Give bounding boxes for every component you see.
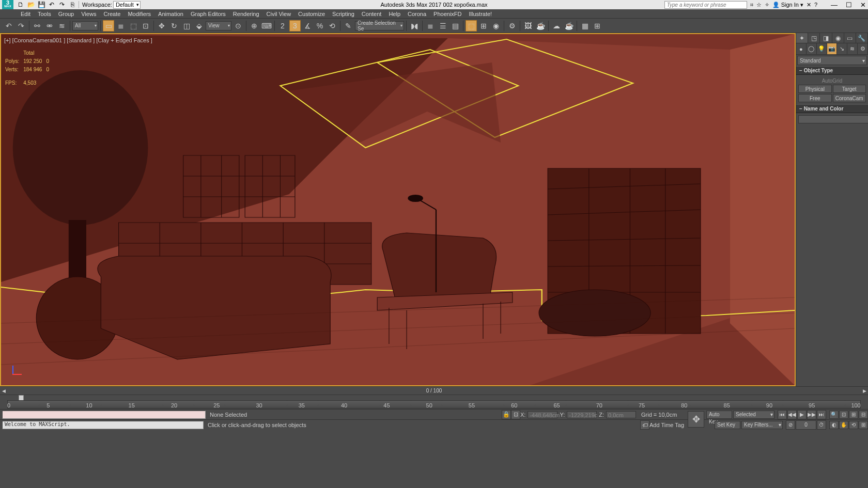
goto-start-button[interactable]: ⏮ [778,410,787,419]
menu-modifiers[interactable]: Modifiers [128,11,151,17]
goto-end-button[interactable]: ⏭ [817,410,826,419]
cat-spacewarps[interactable]: ≋ [847,43,858,54]
align-button[interactable]: ≣ [425,20,436,32]
move-button[interactable]: ✥ [156,20,167,32]
key-filters-button[interactable]: Key Filters... [741,421,783,429]
absolute-transform-button[interactable]: ⊡ [511,410,520,419]
help-icon[interactable]: ? [814,2,817,8]
name-color-rollout-header[interactable]: Name and Color [796,104,868,113]
cat-geometry[interactable]: ● [796,43,807,54]
redo-button[interactable]: ↷ [16,20,27,32]
material-editor-button[interactable]: ◉ [490,20,502,32]
layers-button[interactable]: ☰ [437,20,448,32]
viewport[interactable]: [+] [CoronaCamera001 ] [Standard ] [Clay… [0,33,796,386]
maxscript-listener-input[interactable]: Welcome to MAXScript. [2,421,204,429]
current-frame-input[interactable]: 0 [796,420,816,430]
menu-customize[interactable]: Customize [298,11,325,17]
time-slider-next[interactable]: ▶ [861,388,868,393]
selection-filter[interactable]: All [72,21,98,30]
snap-2d-button[interactable]: 2 [277,20,288,32]
physical-camera-button[interactable]: Physical [798,85,832,93]
render-activeview-button[interactable]: ☕ [563,20,575,32]
signin-button[interactable]: 👤 Sign In ▾ [772,2,803,8]
angle-snap-button[interactable]: ∡ [302,20,313,32]
cat-systems[interactable]: ⚙ [858,43,868,54]
menu-grapheditors[interactable]: Graph Editors [191,11,226,17]
menu-illustrate[interactable]: Illustrate! [469,11,492,17]
help-search-input[interactable] [664,1,747,9]
cat-helpers[interactable]: ↘ [837,43,847,54]
named-selection-sets[interactable]: Create Selection Se [355,21,404,30]
free-camera-button[interactable]: Free [798,94,832,102]
maximize-button[interactable]: ☐ [846,1,852,9]
subcategory-dropdown[interactable]: Standard [797,56,867,65]
select-object-button[interactable]: ▭ [103,20,114,32]
max-toggle-button[interactable]: ⊞ [859,421,868,429]
render-production-button[interactable]: ☕ [535,20,546,32]
utilities-tab[interactable]: 🔧 [856,33,868,43]
x-coord[interactable]: -448,648cm [528,411,557,418]
workspace-selector[interactable]: Default [113,1,141,9]
ref-coord-system[interactable]: View [206,21,231,30]
bind-spacewarp-button[interactable]: ≋ [56,20,68,32]
window-crossing-button[interactable]: ⊡ [140,20,151,32]
pan-button[interactable]: ✋ [839,421,848,429]
cat-shapes[interactable]: ◯ [807,43,817,54]
redo-icon[interactable]: ↷ [58,1,66,9]
coronacam-button[interactable]: CoronaCam [833,94,866,102]
target-camera-button[interactable]: Target [833,85,866,93]
placement-button[interactable]: ⬙ [193,20,205,32]
create-tab[interactable]: ✦ [796,33,808,43]
key-mode-dropdown[interactable]: Selected [733,411,774,419]
cat-lights[interactable]: 💡 [817,43,827,54]
project-icon[interactable]: ⎘ [68,1,76,9]
menu-tools[interactable]: Tools [38,11,51,17]
zoom-button[interactable]: 🔍 [829,411,839,419]
y-coord[interactable]: -1229,219c [567,411,597,418]
motion-tab[interactable]: ◉ [832,33,844,43]
snap-3d-button[interactable]: 3 [289,20,301,32]
select-manipulate-button[interactable]: ⊕ [249,20,260,32]
set-key-button[interactable]: Set Key [715,421,740,429]
fov-button[interactable]: ◐ [829,421,839,429]
menu-group[interactable]: Group [58,11,74,17]
menu-views[interactable]: Views [81,11,96,17]
open-icon[interactable]: 📂 [27,1,35,9]
keyboard-shortcut-button[interactable]: ⌨ [261,20,272,32]
trackbar[interactable]: 0510152025303540455055606570758085909510… [0,395,868,409]
object-type-rollout-header[interactable]: Object Type [796,66,868,75]
menu-edit[interactable]: Edit [21,11,30,17]
edit-selection-set-button[interactable]: ✎ [343,20,354,32]
time-tag-icon[interactable]: 🏷 [640,420,649,430]
render-setup-button[interactable]: ⚙ [506,20,518,32]
undo-button[interactable]: ↶ [3,20,14,32]
time-config-button[interactable]: ⏱ [817,420,826,430]
open-a360-button[interactable]: ⊞ [592,20,603,32]
link-button[interactable]: ⚯ [32,20,43,32]
display-tab[interactable]: ▭ [844,33,856,43]
unlink-button[interactable]: ⚮ [44,20,55,32]
menu-content[interactable]: Content [362,11,382,17]
rotate-button[interactable]: ↻ [168,20,180,32]
menu-help[interactable]: Help [389,11,400,17]
save-icon[interactable]: 💾 [37,1,45,9]
hierarchy-tab[interactable]: ◨ [820,33,832,43]
zoom-extents-button[interactable]: ⊞ [849,411,858,419]
cat-cameras[interactable]: 📷 [827,43,838,54]
object-name-input[interactable] [798,115,868,123]
favorites-icon[interactable]: ✧ [765,2,769,8]
toggle-ribbon-button[interactable]: ▤ [450,20,461,32]
selection-lock-button[interactable]: 🔒 [502,410,511,419]
modify-tab[interactable]: ◳ [808,33,820,43]
menu-phoenixfd[interactable]: PhoenixFD [433,11,461,17]
infocenter-icon[interactable]: ⌗ [750,2,753,8]
curve-editor-button[interactable]: ⬚ [466,20,477,32]
autodesk-a360-button[interactable]: ▦ [579,20,591,32]
time-slider-prev[interactable]: ◀ [0,388,7,393]
prev-frame-button[interactable]: ◀◀ [787,410,797,419]
scale-button[interactable]: ◫ [181,20,192,32]
render-frame-button[interactable]: 🖼 [522,20,534,32]
time-slider[interactable]: 0 / 100 [7,388,861,393]
exchange-icon[interactable]: ✕ [807,2,811,8]
autogrid-checkbox[interactable]: AutoGrid [798,77,866,85]
